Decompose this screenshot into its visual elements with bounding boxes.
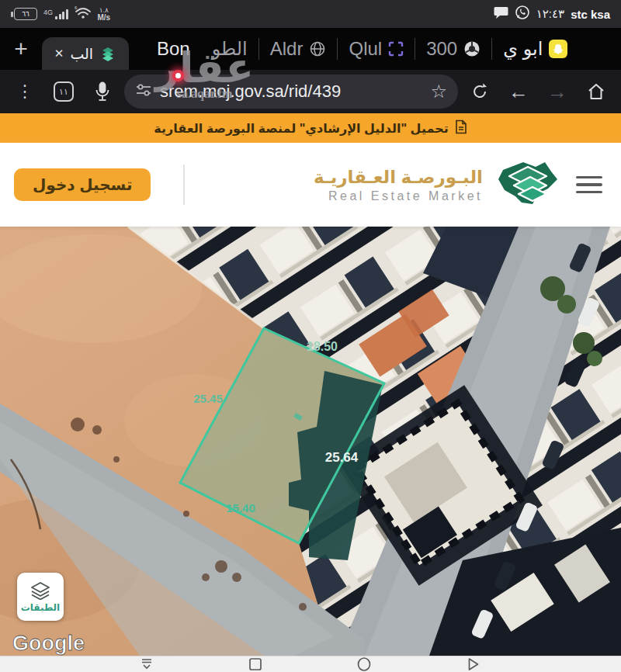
brand-arabic: البـورصـة العـقاريـة: [314, 167, 483, 188]
srem-favicon-icon: [99, 45, 116, 62]
back-nav-icon[interactable]: [468, 657, 480, 671]
battery-level: ٦٦: [14, 8, 37, 20]
wifi-icon: 6: [75, 5, 92, 23]
login-button[interactable]: تسجيل دخول: [14, 168, 151, 201]
microphone-icon[interactable]: [85, 74, 120, 109]
forward-icon: →: [540, 74, 574, 109]
status-left: ٦٦ 4G 6 ١.٨ M/s: [11, 5, 110, 23]
network-speed: ١.٨ M/s: [98, 7, 111, 22]
reload-icon[interactable]: [463, 74, 497, 109]
status-right: ١٢:٤٣ stc ksa: [494, 5, 610, 23]
satellite-map[interactable]: 18.50 25.45 25.64 15.40 Google الطبقات: [0, 227, 621, 656]
layers-label: الطبقات: [21, 602, 60, 613]
home-icon[interactable]: [579, 74, 613, 109]
background-tabs: Bon الطو Aldr Qlul: [146, 28, 578, 70]
svg-text:6: 6: [75, 5, 78, 10]
back-icon[interactable]: ←: [501, 74, 536, 109]
active-tab[interactable]: ✕ الب: [42, 37, 129, 70]
brand-text: البـورصـة العـقاريـة Real Estate Market: [314, 167, 483, 203]
carrier-label: stc ksa: [571, 8, 610, 21]
keyboard-hide-icon[interactable]: [140, 658, 154, 670]
header-divider: [183, 165, 185, 205]
snapchat-icon: [549, 40, 567, 58]
tab-bon[interactable]: Bon: [146, 38, 201, 60]
globe-icon: [309, 40, 326, 57]
android-nav-bar: [0, 656, 621, 672]
new-tab-button[interactable]: +: [0, 28, 42, 70]
layers-icon: [29, 581, 51, 600]
download-guide-banner[interactable]: تحميل "الدليل الإرشادي" لمنصة البورصة ال…: [0, 113, 621, 143]
srem-logo-icon: [494, 159, 559, 210]
overflow-menu-icon[interactable]: ⋮: [8, 74, 42, 109]
cell-signal-icon: 4G: [43, 9, 68, 19]
home-nav-icon[interactable]: [357, 657, 372, 672]
message-bubble-icon: [494, 6, 508, 23]
active-tab-label: الب: [70, 45, 93, 63]
tab-qlul[interactable]: Qlul: [337, 38, 415, 60]
url-text[interactable]: srem.moj.gov.sa/rid/439: [160, 81, 422, 102]
layers-button[interactable]: الطبقات: [17, 573, 64, 621]
recents-icon[interactable]: [249, 658, 262, 671]
tab-300[interactable]: 300: [415, 38, 491, 60]
url-bar[interactable]: srem.moj.gov.sa/rid/439 ☆: [124, 74, 458, 109]
phone-screen: ٦٦ 4G 6 ١.٨ M/s: [0, 0, 621, 672]
site-settings-icon[interactable]: [135, 82, 152, 101]
dimension-top: 18.50: [307, 340, 338, 353]
hamburger-menu-icon[interactable]: [571, 171, 607, 199]
site-header: تسجيل دخول البـورصـة العـقاريـة Real Est…: [0, 143, 621, 227]
map-canvas: 18.50 25.45 25.64 15.40 Google: [0, 227, 621, 656]
close-tab-icon[interactable]: ✕: [54, 47, 64, 61]
clock: ١٢:٤٣: [536, 7, 564, 21]
tab-switcher-button[interactable]: ١١: [47, 74, 81, 109]
bookmark-star-icon[interactable]: ☆: [430, 81, 447, 102]
tab-abu[interactable]: ابو ي: [491, 38, 578, 60]
scan-frame-icon: [388, 41, 404, 57]
document-icon: [455, 120, 467, 137]
brand-english: Real Estate Market: [314, 189, 483, 203]
dimension-left: 25.45: [193, 392, 223, 405]
chrome-icon: [463, 40, 480, 57]
status-bar: ٦٦ 4G 6 ١.٨ M/s: [0, 0, 621, 28]
google-attribution: Google: [12, 632, 85, 655]
browser-toolbar: ⋮ ١١ srem.moj.gov.sa/rid/439 ☆: [0, 70, 621, 113]
whatsapp-icon: [515, 5, 530, 23]
tab-aldr[interactable]: Aldr: [258, 38, 338, 60]
banner-text: تحميل "الدليل الإرشادي" لمنصة البورصة ال…: [154, 121, 448, 136]
browser-tab-strip: + ✕ الب Bon الطو Aldr: [0, 28, 621, 70]
tab-altaw[interactable]: الطو: [201, 38, 258, 60]
dimension-bottom: 15.40: [226, 501, 255, 514]
dimension-right: 25.64: [325, 450, 359, 465]
battery-icon: ٦٦: [11, 8, 37, 20]
